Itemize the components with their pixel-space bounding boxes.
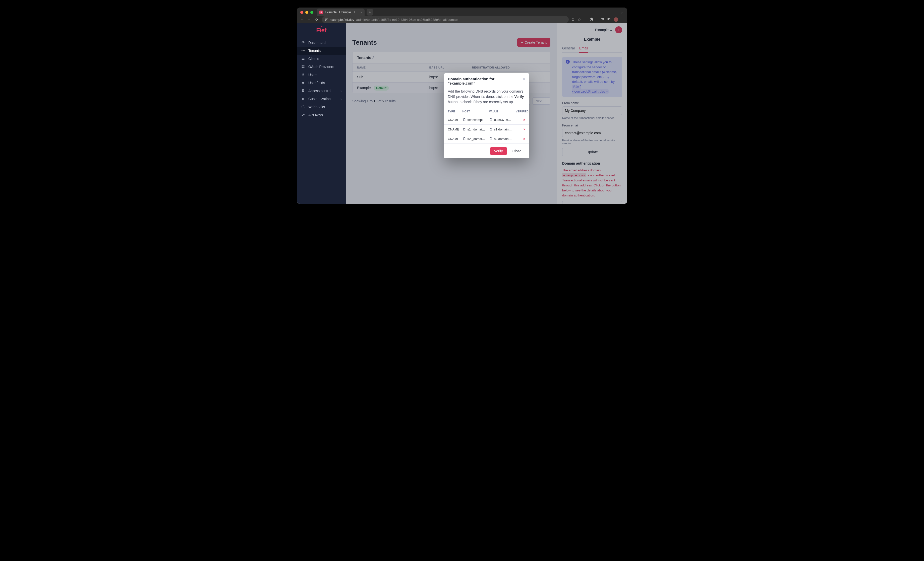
sidebar-item-label: Users	[308, 73, 318, 77]
sidebar-item-label: OAuth Providers	[308, 65, 334, 69]
modal-title: Domain authentication for "example.com"	[448, 77, 520, 85]
sidebar-item-userfields[interactable]: User fields	[297, 79, 346, 87]
sidebar-item-label: Customization	[308, 97, 331, 101]
modal-close-icon[interactable]: ×	[523, 77, 525, 81]
chevron-right-icon: ›	[340, 89, 342, 93]
sidebar-toggle-icon[interactable]	[607, 18, 610, 22]
panel-icon[interactable]	[601, 18, 604, 22]
sidebar-item-label: Access control	[308, 89, 331, 93]
close-button[interactable]: Close	[509, 147, 525, 155]
sidebar-item-access-control[interactable]: Access control›	[297, 87, 346, 95]
svg-point-0	[303, 50, 304, 51]
tab-favicon: F	[320, 10, 323, 14]
tab-close-icon[interactable]: ×	[360, 10, 362, 14]
extensions-icon[interactable]	[590, 18, 594, 22]
window-traffic-lights	[300, 11, 314, 14]
clipboard-icon[interactable]	[462, 127, 466, 132]
traffic-close[interactable]	[300, 11, 303, 14]
col-verified: VERIFIED	[514, 108, 529, 115]
modal-body: Add the following DNS records on your do…	[444, 88, 529, 108]
sidebar-item-label: Clients	[308, 57, 319, 61]
clipboard-icon[interactable]	[462, 118, 466, 122]
clients-icon	[301, 57, 305, 61]
chevron-right-icon: ›	[340, 97, 342, 101]
share-icon[interactable]	[571, 18, 575, 22]
clipboard-icon[interactable]	[489, 137, 493, 141]
sidebar-item-label: User fields	[308, 81, 325, 85]
not-verified-icon: ×	[523, 118, 525, 122]
dns-records-table: TYPE HOST VALUE VERIFIED CNAME	[444, 108, 529, 144]
clipboard-icon[interactable]	[489, 118, 493, 122]
sidebar-item-label: API Keys	[308, 113, 323, 117]
sidebar-item-customization[interactable]: Customization›	[297, 95, 346, 103]
svg-rect-6	[303, 67, 304, 68]
verify-button[interactable]: Verify	[490, 147, 507, 155]
clipboard-icon[interactable]	[489, 127, 493, 132]
sidebar-item-apikeys[interactable]: API Keys	[297, 111, 346, 119]
tab-overflow-icon[interactable]: ⌄	[619, 10, 625, 14]
dns-row: CNAME fief.example.... u34637068.... ×	[444, 115, 529, 125]
not-verified-icon: ×	[523, 137, 525, 141]
profile-avatar-icon[interactable]	[614, 17, 618, 22]
sidebar-item-oauth[interactable]: OAuth Providers	[297, 63, 346, 71]
address-field[interactable]: example.fief.dev/admin/tenants/b19f5f8c-…	[322, 16, 569, 23]
traffic-zoom[interactable]	[310, 11, 314, 14]
webhooks-icon	[301, 105, 305, 109]
nav-forward-icon[interactable]: →	[307, 18, 312, 22]
not-verified-icon: ×	[523, 128, 525, 131]
svg-point-9	[302, 115, 303, 116]
brand-logo[interactable]: Fief	[297, 24, 346, 37]
browser-tab[interactable]: F Example · Example · Tenants ×	[317, 9, 364, 16]
url-host: example.fief.dev	[330, 18, 354, 22]
traffic-minimize[interactable]	[305, 11, 308, 14]
dns-row: CNAME s1._domaink... s1.domainke... ×	[444, 125, 529, 134]
nav-back-icon[interactable]: ←	[299, 18, 304, 22]
sidebar-item-dashboard[interactable]: Dashboard	[297, 39, 346, 47]
bookmark-icon[interactable]: ☆	[578, 18, 581, 22]
sidebar-item-label: Webhooks	[308, 105, 325, 109]
tenants-icon	[301, 49, 305, 53]
svg-point-2	[304, 51, 304, 51]
menu-kebab-icon[interactable]: ⋮	[621, 18, 625, 22]
lock-icon	[301, 89, 305, 93]
url-path: /admin/tenants/b19f5f8c-ee10-4394-95ae-c…	[356, 18, 458, 22]
userfields-icon	[301, 81, 305, 85]
oauth-icon	[301, 65, 305, 69]
nav-reload-icon[interactable]: ⟳	[314, 18, 320, 22]
customization-icon	[301, 97, 305, 101]
browser-tab-bar: F Example · Example · Tenants × + ⌄	[297, 7, 627, 16]
domain-auth-modal: Domain authentication for "example.com" …	[444, 73, 529, 158]
brand-name: Fief	[316, 27, 326, 34]
svg-point-8	[302, 106, 304, 108]
new-tab-button[interactable]: +	[367, 9, 373, 16]
app-sidebar: Fief Dashboard Tenants Clients OAuth Pro…	[297, 23, 346, 204]
sidebar-item-users[interactable]: Users	[297, 71, 346, 79]
svg-point-1	[302, 51, 302, 51]
browser-address-bar: ← → ⟳ example.fief.dev/admin/tenants/b19…	[297, 16, 627, 23]
sidebar-nav: Dashboard Tenants Clients OAuth Provider…	[297, 39, 346, 119]
svg-rect-5	[302, 67, 303, 68]
svg-rect-3	[302, 66, 303, 66]
col-type: TYPE	[444, 108, 461, 115]
col-host: HOST	[461, 108, 488, 115]
sidebar-item-label: Dashboard	[308, 40, 326, 45]
users-icon	[301, 73, 305, 77]
svg-point-7	[302, 73, 304, 75]
svg-rect-4	[303, 66, 304, 66]
tune-icon	[325, 18, 328, 21]
sidebar-item-clients[interactable]: Clients	[297, 55, 346, 63]
dns-row: CNAME s2._domaink... s2.domainke... ×	[444, 134, 529, 144]
modal-backdrop[interactable]: Domain authentication for "example.com" …	[346, 23, 627, 204]
sidebar-item-tenants[interactable]: Tenants	[297, 47, 346, 55]
dashboard-icon	[301, 40, 305, 45]
sidebar-item-label: Tenants	[308, 49, 321, 53]
sidebar-item-webhooks[interactable]: Webhooks	[297, 103, 346, 111]
apikeys-icon	[301, 113, 305, 117]
col-value: VALUE	[488, 108, 514, 115]
tab-title: Example · Example · Tenants	[325, 10, 358, 14]
clipboard-icon[interactable]	[462, 137, 466, 141]
